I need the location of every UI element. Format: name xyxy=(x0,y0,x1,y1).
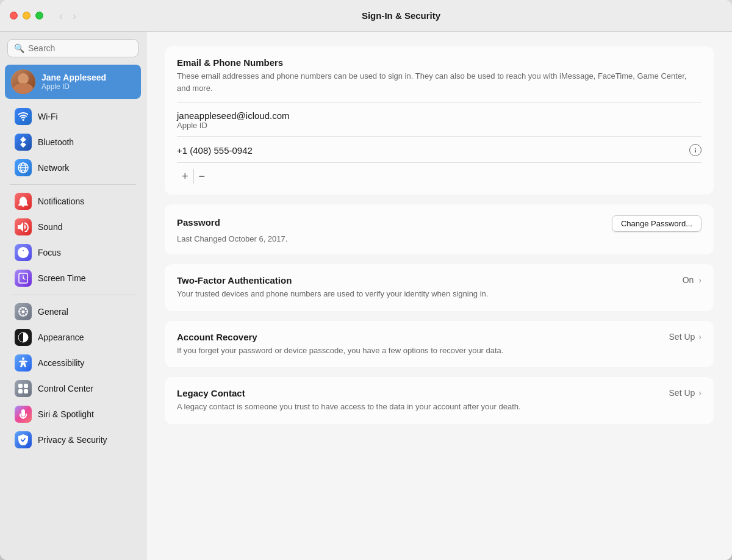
sidebar-label-screentime: Screen Time xyxy=(38,273,86,283)
legacy-title: Legacy Contact xyxy=(177,388,659,398)
search-input[interactable] xyxy=(28,43,132,53)
svg-rect-12 xyxy=(18,389,23,393)
back-button[interactable]: ‹ xyxy=(56,9,66,23)
sidebar-label-controlcenter: Control Center xyxy=(38,384,93,393)
remove-button[interactable]: − xyxy=(194,169,210,184)
svg-point-9 xyxy=(22,357,24,360)
controlcenter-icon xyxy=(15,380,32,397)
sidebar-item-accessibility[interactable]: Accessibility xyxy=(5,351,141,375)
sidebar: 🔍 Jane Appleseed Apple ID xyxy=(0,32,146,560)
avatar-image xyxy=(11,70,35,94)
sidebar-label-privacy: Privacy & Security xyxy=(38,435,107,445)
svg-point-15 xyxy=(695,148,696,149)
siri-icon xyxy=(15,406,32,423)
password-title: Password xyxy=(177,217,220,228)
two-factor-row: Two-Factor Authentication Your trusted d… xyxy=(177,275,702,300)
sidebar-item-focus[interactable]: Focus xyxy=(5,240,141,265)
sidebar-divider-2 xyxy=(10,295,136,295)
sidebar-item-bluetooth[interactable]: Bluetooth xyxy=(5,130,141,154)
appearance-icon xyxy=(15,329,32,346)
svg-rect-11 xyxy=(24,384,28,388)
phone-row: +1 (408) 555-0942 xyxy=(177,136,702,156)
legacy-left: Legacy Contact A legacy contact is someo… xyxy=(177,388,659,413)
screentime-icon xyxy=(15,270,32,287)
sidebar-item-privacy[interactable]: Privacy & Security xyxy=(5,428,141,452)
phone-number: +1 (408) 555-0942 xyxy=(177,145,253,156)
titlebar: ‹ › Sign-In & Security xyxy=(0,0,732,32)
sidebar-label-accessibility: Accessibility xyxy=(38,358,84,368)
profile-name: Jane Appleseed xyxy=(41,73,106,82)
two-factor-desc: Your trusted devices and phone numbers a… xyxy=(177,288,673,300)
main-content: Email & Phone Numbers These email addres… xyxy=(146,32,732,560)
avatar xyxy=(11,70,35,94)
sidebar-label-siri: Siri & Spotlight xyxy=(38,409,94,419)
legacy-chevron-icon: › xyxy=(698,388,702,398)
two-factor-title: Two-Factor Authentication xyxy=(177,275,673,285)
two-factor-left: Two-Factor Authentication Your trusted d… xyxy=(177,275,673,300)
sidebar-item-sound[interactable]: Sound xyxy=(5,215,141,239)
sidebar-label-general: General xyxy=(38,307,68,317)
email-section-desc: These email addresses and phone numbers … xyxy=(177,70,702,94)
svg-rect-16 xyxy=(695,150,696,153)
sidebar-label-wifi: Wi-Fi xyxy=(38,112,58,121)
minimize-button[interactable] xyxy=(23,12,30,20)
svg-rect-14 xyxy=(23,418,24,419)
sidebar-item-wifi[interactable]: Wi-Fi xyxy=(5,104,141,129)
sidebar-item-siri[interactable]: Siri & Spotlight xyxy=(5,402,141,426)
profile-row[interactable]: Jane Appleseed Apple ID xyxy=(5,65,141,99)
email-address: janeappleseed@icloud.com xyxy=(177,110,702,121)
nav-buttons: ‹ › xyxy=(56,9,80,23)
account-recovery-section[interactable]: Account Recovery If you forget your pass… xyxy=(165,321,714,368)
email-row: janeappleseed@icloud.com Apple ID xyxy=(177,102,702,130)
notifications-icon xyxy=(15,193,32,210)
email-phone-section: Email & Phone Numbers These email addres… xyxy=(165,46,714,195)
profile-info: Jane Appleseed Apple ID xyxy=(41,73,106,91)
general-icon xyxy=(15,303,32,320)
profile-subtitle: Apple ID xyxy=(41,82,106,91)
two-factor-section[interactable]: Two-Factor Authentication Your trusted d… xyxy=(165,264,714,311)
sidebar-item-controlcenter[interactable]: Control Center xyxy=(5,376,141,401)
accessibility-icon xyxy=(15,354,32,372)
privacy-icon xyxy=(15,431,32,448)
password-section: Password Change Password... Last Changed… xyxy=(165,204,714,254)
settings-window: ‹ › Sign-In & Security 🔍 Jane Appleseed … xyxy=(0,0,732,560)
sidebar-label-focus: Focus xyxy=(38,248,61,257)
password-header: Password Change Password... xyxy=(177,215,702,232)
two-factor-right: On › xyxy=(683,275,702,285)
sidebar-item-screentime[interactable]: Screen Time xyxy=(5,266,141,290)
search-bar[interactable]: 🔍 xyxy=(7,39,138,57)
sidebar-label-appearance: Appearance xyxy=(38,332,84,342)
two-factor-status: On xyxy=(683,275,694,285)
wifi-icon xyxy=(15,108,32,125)
recovery-title: Account Recovery xyxy=(177,332,659,342)
sidebar-item-notifications[interactable]: Notifications xyxy=(5,189,141,214)
sound-icon xyxy=(15,218,32,235)
sidebar-item-network[interactable]: Network xyxy=(5,156,141,180)
two-factor-chevron-icon: › xyxy=(698,275,702,285)
sidebar-label-sound: Sound xyxy=(38,222,62,232)
email-section-title: Email & Phone Numbers xyxy=(177,57,702,68)
svg-rect-10 xyxy=(18,384,23,388)
password-changed-date: Last Changed October 6, 2017. xyxy=(177,234,702,243)
phone-info-icon[interactable] xyxy=(689,144,702,156)
focus-icon xyxy=(15,244,32,261)
recovery-right: Set Up › xyxy=(669,332,702,342)
sidebar-item-appearance[interactable]: Appearance xyxy=(5,325,141,350)
legacy-contact-section[interactable]: Legacy Contact A legacy contact is someo… xyxy=(165,377,714,424)
forward-button[interactable]: › xyxy=(69,9,80,23)
maximize-button[interactable] xyxy=(35,12,43,20)
svg-rect-13 xyxy=(24,389,28,393)
add-button[interactable]: + xyxy=(177,169,193,184)
sidebar-label-notifications: Notifications xyxy=(38,196,84,206)
bluetooth-icon xyxy=(15,134,32,151)
sidebar-divider-1 xyxy=(10,184,136,185)
recovery-chevron-icon: › xyxy=(698,332,702,342)
traffic-lights xyxy=(10,12,43,20)
search-icon: 🔍 xyxy=(14,43,24,53)
close-button[interactable] xyxy=(10,12,18,20)
recovery-desc: If you forget your password or device pa… xyxy=(177,345,659,357)
sidebar-label-network: Network xyxy=(38,163,69,173)
change-password-button[interactable]: Change Password... xyxy=(612,215,702,232)
sidebar-item-general[interactable]: General xyxy=(5,300,141,324)
svg-point-7 xyxy=(22,311,25,314)
